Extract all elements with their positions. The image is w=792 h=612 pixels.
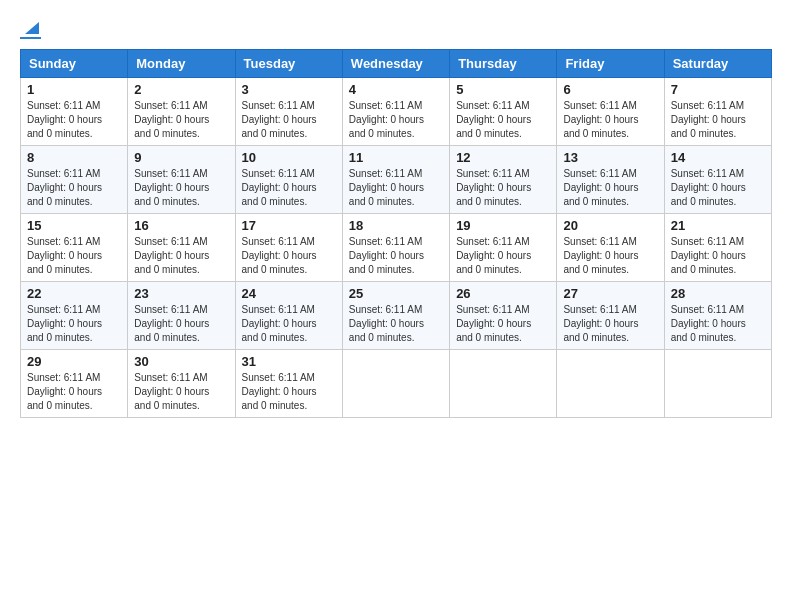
day-cell: 5Sunset: 6:11 AM Daylight: 0 hours and 0…: [450, 78, 557, 146]
day-number: 9: [134, 150, 228, 165]
day-info: Sunset: 6:11 AM Daylight: 0 hours and 0 …: [27, 167, 121, 209]
day-info: Sunset: 6:11 AM Daylight: 0 hours and 0 …: [134, 99, 228, 141]
day-number: 31: [242, 354, 336, 369]
day-cell: 2Sunset: 6:11 AM Daylight: 0 hours and 0…: [128, 78, 235, 146]
day-cell: 3Sunset: 6:11 AM Daylight: 0 hours and 0…: [235, 78, 342, 146]
day-number: 7: [671, 82, 765, 97]
header-day-sunday: Sunday: [21, 50, 128, 78]
calendar-table: SundayMondayTuesdayWednesdayThursdayFrid…: [20, 49, 772, 418]
day-info: Sunset: 6:11 AM Daylight: 0 hours and 0 …: [27, 99, 121, 141]
day-cell: 18Sunset: 6:11 AM Daylight: 0 hours and …: [342, 214, 449, 282]
day-info: Sunset: 6:11 AM Daylight: 0 hours and 0 …: [242, 167, 336, 209]
day-number: 4: [349, 82, 443, 97]
logo-underline: [20, 37, 41, 39]
day-info: Sunset: 6:11 AM Daylight: 0 hours and 0 …: [671, 99, 765, 141]
day-info: Sunset: 6:11 AM Daylight: 0 hours and 0 …: [456, 99, 550, 141]
day-number: 19: [456, 218, 550, 233]
day-info: Sunset: 6:11 AM Daylight: 0 hours and 0 …: [134, 235, 228, 277]
day-info: Sunset: 6:11 AM Daylight: 0 hours and 0 …: [349, 99, 443, 141]
day-number: 1: [27, 82, 121, 97]
day-info: Sunset: 6:11 AM Daylight: 0 hours and 0 …: [27, 235, 121, 277]
day-number: 28: [671, 286, 765, 301]
day-number: 14: [671, 150, 765, 165]
day-number: 27: [563, 286, 657, 301]
header-day-thursday: Thursday: [450, 50, 557, 78]
day-cell: 27Sunset: 6:11 AM Daylight: 0 hours and …: [557, 282, 664, 350]
week-row-2: 8Sunset: 6:11 AM Daylight: 0 hours and 0…: [21, 146, 772, 214]
day-info: Sunset: 6:11 AM Daylight: 0 hours and 0 …: [242, 371, 336, 413]
page: SundayMondayTuesdayWednesdayThursdayFrid…: [0, 0, 792, 612]
day-cell: 31Sunset: 6:11 AM Daylight: 0 hours and …: [235, 350, 342, 418]
svg-marker-0: [25, 22, 39, 34]
day-number: 8: [27, 150, 121, 165]
day-info: Sunset: 6:11 AM Daylight: 0 hours and 0 …: [456, 303, 550, 345]
day-info: Sunset: 6:11 AM Daylight: 0 hours and 0 …: [242, 99, 336, 141]
day-cell: 30Sunset: 6:11 AM Daylight: 0 hours and …: [128, 350, 235, 418]
day-number: 24: [242, 286, 336, 301]
day-number: 12: [456, 150, 550, 165]
day-info: Sunset: 6:11 AM Daylight: 0 hours and 0 …: [671, 303, 765, 345]
day-cell: 4Sunset: 6:11 AM Daylight: 0 hours and 0…: [342, 78, 449, 146]
day-number: 15: [27, 218, 121, 233]
header-row: SundayMondayTuesdayWednesdayThursdayFrid…: [21, 50, 772, 78]
day-cell: 14Sunset: 6:11 AM Daylight: 0 hours and …: [664, 146, 771, 214]
day-cell: 29Sunset: 6:11 AM Daylight: 0 hours and …: [21, 350, 128, 418]
day-number: 2: [134, 82, 228, 97]
day-cell: 11Sunset: 6:11 AM Daylight: 0 hours and …: [342, 146, 449, 214]
day-info: Sunset: 6:11 AM Daylight: 0 hours and 0 …: [242, 235, 336, 277]
day-info: Sunset: 6:11 AM Daylight: 0 hours and 0 …: [349, 167, 443, 209]
day-number: 6: [563, 82, 657, 97]
day-cell: 23Sunset: 6:11 AM Daylight: 0 hours and …: [128, 282, 235, 350]
day-info: Sunset: 6:11 AM Daylight: 0 hours and 0 …: [563, 235, 657, 277]
day-cell: 21Sunset: 6:11 AM Daylight: 0 hours and …: [664, 214, 771, 282]
week-row-1: 1Sunset: 6:11 AM Daylight: 0 hours and 0…: [21, 78, 772, 146]
header: [20, 18, 772, 39]
day-cell: 7Sunset: 6:11 AM Daylight: 0 hours and 0…: [664, 78, 771, 146]
day-cell: 9Sunset: 6:11 AM Daylight: 0 hours and 0…: [128, 146, 235, 214]
day-cell: [664, 350, 771, 418]
week-row-5: 29Sunset: 6:11 AM Daylight: 0 hours and …: [21, 350, 772, 418]
day-number: 10: [242, 150, 336, 165]
day-number: 3: [242, 82, 336, 97]
header-day-tuesday: Tuesday: [235, 50, 342, 78]
day-cell: 28Sunset: 6:11 AM Daylight: 0 hours and …: [664, 282, 771, 350]
day-info: Sunset: 6:11 AM Daylight: 0 hours and 0 …: [563, 303, 657, 345]
day-info: Sunset: 6:11 AM Daylight: 0 hours and 0 …: [134, 303, 228, 345]
day-info: Sunset: 6:11 AM Daylight: 0 hours and 0 …: [134, 167, 228, 209]
day-number: 23: [134, 286, 228, 301]
day-cell: 25Sunset: 6:11 AM Daylight: 0 hours and …: [342, 282, 449, 350]
day-cell: 1Sunset: 6:11 AM Daylight: 0 hours and 0…: [21, 78, 128, 146]
day-cell: 6Sunset: 6:11 AM Daylight: 0 hours and 0…: [557, 78, 664, 146]
day-cell: 8Sunset: 6:11 AM Daylight: 0 hours and 0…: [21, 146, 128, 214]
day-info: Sunset: 6:11 AM Daylight: 0 hours and 0 …: [349, 235, 443, 277]
day-number: 29: [27, 354, 121, 369]
day-number: 25: [349, 286, 443, 301]
day-info: Sunset: 6:11 AM Daylight: 0 hours and 0 …: [456, 167, 550, 209]
day-number: 26: [456, 286, 550, 301]
week-row-4: 22Sunset: 6:11 AM Daylight: 0 hours and …: [21, 282, 772, 350]
day-info: Sunset: 6:11 AM Daylight: 0 hours and 0 …: [134, 371, 228, 413]
week-row-3: 15Sunset: 6:11 AM Daylight: 0 hours and …: [21, 214, 772, 282]
day-info: Sunset: 6:11 AM Daylight: 0 hours and 0 …: [563, 99, 657, 141]
day-cell: 17Sunset: 6:11 AM Daylight: 0 hours and …: [235, 214, 342, 282]
day-info: Sunset: 6:11 AM Daylight: 0 hours and 0 …: [27, 371, 121, 413]
day-cell: 22Sunset: 6:11 AM Daylight: 0 hours and …: [21, 282, 128, 350]
day-number: 20: [563, 218, 657, 233]
day-cell: 19Sunset: 6:11 AM Daylight: 0 hours and …: [450, 214, 557, 282]
day-cell: 15Sunset: 6:11 AM Daylight: 0 hours and …: [21, 214, 128, 282]
day-number: 18: [349, 218, 443, 233]
day-number: 13: [563, 150, 657, 165]
day-cell: 24Sunset: 6:11 AM Daylight: 0 hours and …: [235, 282, 342, 350]
day-info: Sunset: 6:11 AM Daylight: 0 hours and 0 …: [671, 235, 765, 277]
day-cell: 10Sunset: 6:11 AM Daylight: 0 hours and …: [235, 146, 342, 214]
day-cell: 12Sunset: 6:11 AM Daylight: 0 hours and …: [450, 146, 557, 214]
day-info: Sunset: 6:11 AM Daylight: 0 hours and 0 …: [349, 303, 443, 345]
day-info: Sunset: 6:11 AM Daylight: 0 hours and 0 …: [242, 303, 336, 345]
day-cell: 13Sunset: 6:11 AM Daylight: 0 hours and …: [557, 146, 664, 214]
day-info: Sunset: 6:11 AM Daylight: 0 hours and 0 …: [27, 303, 121, 345]
day-cell: 26Sunset: 6:11 AM Daylight: 0 hours and …: [450, 282, 557, 350]
day-number: 22: [27, 286, 121, 301]
header-day-saturday: Saturday: [664, 50, 771, 78]
day-number: 16: [134, 218, 228, 233]
logo-icon: [23, 18, 41, 36]
